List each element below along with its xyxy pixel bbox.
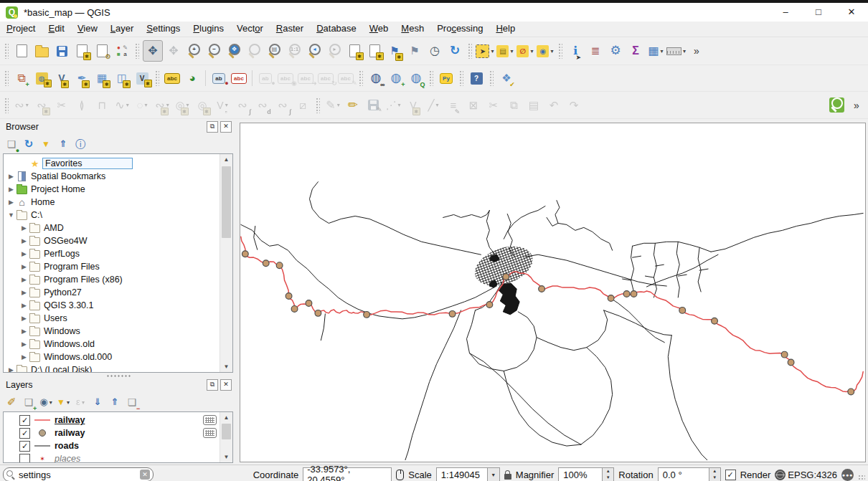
- expand-arrow-icon[interactable]: ▶: [19, 340, 29, 348]
- layer-checkbox[interactable]: ✓: [19, 441, 30, 452]
- browser-item-favorites[interactable]: ★Favorites: [4, 157, 220, 170]
- expand-arrow-icon[interactable]: ▶: [6, 366, 16, 372]
- browser-item-perflogs[interactable]: ▶PerfLogs: [4, 247, 220, 260]
- clear-search-icon[interactable]: ✕: [140, 470, 150, 480]
- new-temporary-scratch-layer-button[interactable]: V✱: [133, 68, 151, 88]
- statistical-summary-button[interactable]: Σ: [626, 41, 645, 61]
- toggle-editing-button[interactable]: ✏: [344, 95, 362, 115]
- menu-processing[interactable]: Processing: [430, 22, 489, 37]
- browser-item-windows-old[interactable]: ▶Windows.old: [4, 338, 220, 351]
- magnifier-value[interactable]: 100%: [558, 467, 603, 481]
- menu-database[interactable]: Database: [310, 22, 363, 37]
- toolbar-drag-handle[interactable]: [4, 43, 9, 59]
- toolbar-drag-handle[interactable]: [558, 43, 562, 59]
- filter-legend-button[interactable]: ▼▾: [55, 394, 71, 410]
- menu-settings[interactable]: Settings: [140, 22, 187, 37]
- expand-arrow-icon[interactable]: ▶: [19, 224, 29, 232]
- browser-item-python27[interactable]: ▶Python27: [4, 286, 220, 299]
- magnifier-spinbox[interactable]: 100% ▲▼: [558, 467, 614, 481]
- layer-checkbox[interactable]: [19, 454, 30, 463]
- layer-checkbox[interactable]: ✓: [19, 415, 30, 426]
- select-features-by-value-button[interactable]: ▤▾: [496, 41, 514, 61]
- scroll-down-icon[interactable]: ▼: [220, 361, 232, 372]
- new-mesh-layer-button[interactable]: ◫✱: [113, 68, 131, 88]
- toolbar-drag-handle[interactable]: [489, 70, 494, 86]
- help-contents-button[interactable]: ?: [467, 68, 486, 88]
- scroll-up-icon[interactable]: ▲: [220, 412, 232, 423]
- menu-project[interactable]: Project: [0, 22, 42, 37]
- browser-item-amd[interactable]: ▶AMD: [4, 222, 220, 234]
- expand-arrow-icon[interactable]: ▶: [19, 237, 29, 244]
- browser-float-button[interactable]: ⧉: [207, 121, 218, 133]
- toolbar-drag-handle[interactable]: [459, 70, 463, 86]
- expand-arrow-icon[interactable]: ▶: [6, 199, 16, 206]
- open-project-button[interactable]: [32, 41, 51, 61]
- toolbar-drag-handle[interactable]: [429, 70, 433, 86]
- toolbar-drag-handle[interactable]: [155, 70, 159, 86]
- scale-combobox[interactable]: 1:149045 ▼: [436, 467, 500, 481]
- expand-arrow-icon[interactable]: ▶: [19, 250, 29, 257]
- zoom-in-button[interactable]: +: [184, 41, 203, 61]
- new-spatialite-layer-button[interactable]: ✒✱: [72, 68, 91, 88]
- minimize-button[interactable]: –: [769, 3, 802, 22]
- menu-mesh[interactable]: Mesh: [395, 22, 430, 37]
- search-wms-layers-button[interactable]: ◍Q: [407, 68, 425, 88]
- layer-item-railway-1[interactable]: ✓railway: [4, 427, 220, 439]
- spin-down-icon[interactable]: ▼: [603, 475, 613, 481]
- menu-plugins[interactable]: Plugins: [187, 22, 230, 37]
- expand-arrow-icon[interactable]: ▶: [19, 289, 29, 296]
- browser-item-windows[interactable]: ▶Windows: [4, 325, 220, 338]
- messages-icon[interactable]: ●●●: [841, 469, 854, 481]
- new-geopackage-layer-button[interactable]: ◍✱: [32, 68, 51, 88]
- expand-arrow-icon[interactable]: ▶: [19, 353, 29, 361]
- refresh-map-button[interactable]: ↻: [445, 41, 464, 61]
- deselect-features-button[interactable]: ∅▾: [516, 41, 534, 61]
- browser-item-home[interactable]: ▶⌂Home: [4, 196, 220, 209]
- resize-grip[interactable]: [858, 475, 865, 481]
- new-virtual-layer-button[interactable]: ▦✱: [93, 68, 111, 88]
- browser-scrollbar[interactable]: ▲ ▼: [220, 154, 232, 372]
- browser-item-windows-old-000[interactable]: ▶Windows.old.000: [4, 351, 220, 363]
- new-project-button[interactable]: [12, 41, 31, 61]
- manage-map-themes-button[interactable]: ◉▾: [38, 394, 54, 410]
- show-layout-manager-button[interactable]: ⚙: [93, 41, 111, 61]
- open-attribute-table-button[interactable]: ▦▾: [646, 41, 665, 61]
- expand-arrow-icon[interactable]: ▶: [19, 276, 29, 283]
- layer-labeling-options-button[interactable]: abc: [163, 68, 181, 88]
- chevron-down-icon[interactable]: ▼: [488, 467, 500, 481]
- layers-close-button[interactable]: ✕: [220, 379, 232, 391]
- processing-toolbox-button[interactable]: ⚙: [606, 41, 625, 61]
- expand-arrow-icon[interactable]: ▶: [19, 315, 29, 322]
- remove-layer-group-button[interactable]: ❏−: [124, 394, 140, 410]
- layer-checkbox[interactable]: ✓: [19, 428, 30, 439]
- menu-vector[interactable]: Vector: [230, 22, 270, 37]
- toolbar-drag-handle[interactable]: [135, 43, 139, 59]
- menu-edit[interactable]: Edit: [42, 22, 70, 37]
- menu-web[interactable]: Web: [363, 22, 395, 37]
- browser-item-program-files-x86[interactable]: ▶Program Files (x86): [4, 273, 220, 286]
- toolbar-overflow-button[interactable]: »: [687, 41, 706, 61]
- save-project-button[interactable]: [52, 41, 71, 61]
- show-spatial-bookmarks-button[interactable]: ⚑: [405, 41, 424, 61]
- crs-globe-icon[interactable]: [775, 470, 786, 480]
- layer-item-places-3[interactable]: ✶places: [4, 452, 220, 462]
- new-3d-map-view-button[interactable]: ✱: [365, 41, 384, 61]
- menu-help[interactable]: Help: [489, 22, 522, 37]
- toolbar-drag-handle[interactable]: [4, 97, 9, 113]
- rotation-value[interactable]: 0.0 °: [658, 467, 709, 481]
- add-selected-layers-button[interactable]: ❏●: [4, 136, 19, 152]
- measure-line-button[interactable]: ▾: [666, 41, 686, 61]
- expand-arrow-icon[interactable]: ▶: [6, 186, 16, 193]
- pan-map-button[interactable]: ✥: [143, 40, 163, 62]
- new-map-view-button[interactable]: ✱: [345, 41, 364, 61]
- new-spatial-bookmark-button[interactable]: ⚑✱: [385, 41, 404, 61]
- toolbar-drag-handle[interactable]: [316, 97, 320, 113]
- refresh-browser-button[interactable]: ↻: [21, 136, 37, 152]
- browser-item-project-home[interactable]: ▶Project Home: [4, 183, 220, 196]
- expand-arrow-icon[interactable]: ▼: [6, 211, 16, 219]
- highlight-pinned-labels-button[interactable]: ab●: [209, 68, 228, 88]
- browser-item-d-local-disk[interactable]: ▶D:\ (Local Disk): [4, 363, 220, 372]
- select-features-by-expression-button[interactable]: ◉▾: [536, 41, 555, 61]
- style-manager-button[interactable]: ●✎■a: [113, 41, 131, 61]
- toolbar-drag-handle[interactable]: [359, 70, 363, 86]
